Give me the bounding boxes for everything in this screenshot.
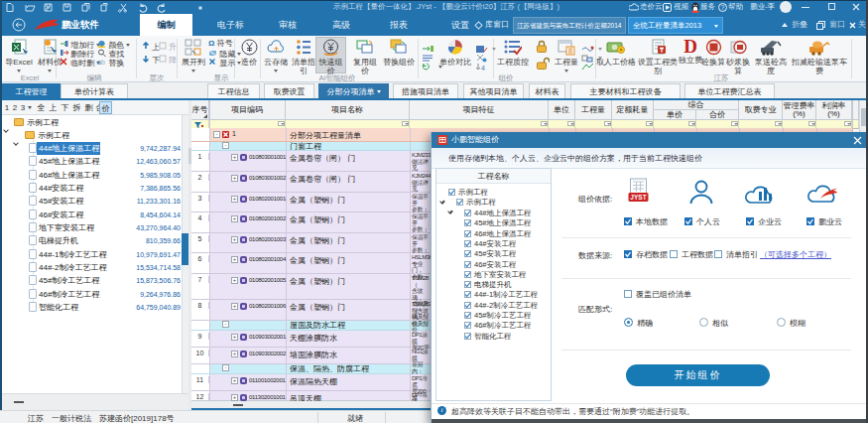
svg-text:?: ? xyxy=(721,3,725,10)
svg-text:4: 4 xyxy=(481,65,485,71)
svg-text:JYST: JYST xyxy=(630,194,646,201)
svg-text:b: b xyxy=(101,59,105,66)
